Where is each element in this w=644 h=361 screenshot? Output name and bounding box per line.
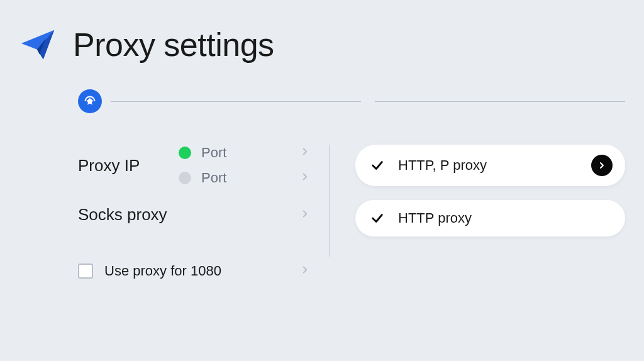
right-column: HTTP, P proxy HTTP proxy bbox=[330, 145, 625, 257]
chevron-right-icon bbox=[299, 170, 311, 186]
proxy-option-label: HTTP proxy bbox=[398, 210, 613, 226]
port-label: Port bbox=[201, 145, 289, 161]
socks-proxy-label: Socks proxy bbox=[78, 205, 167, 225]
proxy-ip-row: Proxy IP Port Port bbox=[78, 145, 311, 186]
chevron-right-icon bbox=[299, 263, 311, 279]
paper-plane-icon bbox=[19, 25, 58, 64]
chevron-right-icon bbox=[299, 145, 311, 161]
chevron-right-icon bbox=[299, 207, 311, 223]
check-icon bbox=[370, 211, 384, 225]
port-list: Port Port bbox=[179, 145, 311, 186]
use-proxy-checkbox[interactable] bbox=[78, 264, 93, 279]
proxy-ip-label: Proxy IP bbox=[78, 156, 179, 175]
step-line bbox=[111, 101, 361, 102]
header: Proxy settings bbox=[19, 25, 625, 64]
step-line bbox=[375, 101, 625, 102]
status-dot-icon bbox=[179, 147, 191, 159]
svg-point-1 bbox=[87, 99, 92, 103]
left-column: Proxy IP Port Port bbox=[78, 145, 330, 257]
socks-proxy-row[interactable]: Socks proxy bbox=[78, 205, 311, 225]
use-proxy-row[interactable]: Use proxy for 1080 bbox=[78, 263, 330, 279]
proxy-option-row[interactable]: HTTP, P proxy bbox=[355, 145, 625, 186]
port-item[interactable]: Port bbox=[179, 145, 311, 161]
settings-panel: Proxy settings Proxy IP Port bbox=[0, 0, 644, 298]
bottom-section: Use proxy for 1080 bbox=[78, 263, 625, 279]
port-item[interactable]: Port bbox=[179, 170, 311, 186]
proxy-option-action-button[interactable] bbox=[591, 155, 613, 176]
step-badge-icon bbox=[78, 89, 102, 113]
content-area: Proxy IP Port Port bbox=[78, 145, 625, 257]
port-label: Port bbox=[201, 170, 289, 186]
step-indicator bbox=[78, 89, 625, 113]
proxy-option-row[interactable]: HTTP proxy bbox=[355, 200, 625, 236]
use-proxy-label: Use proxy for 1080 bbox=[104, 263, 221, 279]
check-icon bbox=[370, 158, 384, 172]
page-title: Proxy settings bbox=[73, 26, 274, 64]
status-dot-icon bbox=[179, 172, 191, 184]
proxy-option-label: HTTP, P proxy bbox=[398, 157, 577, 174]
